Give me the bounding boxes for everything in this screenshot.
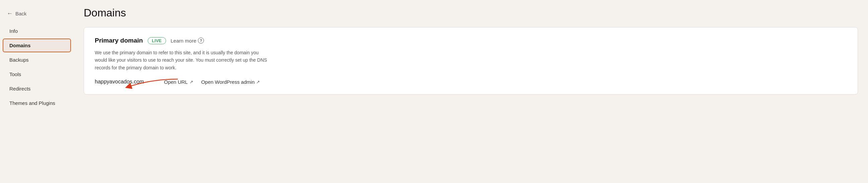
sidebar-item-themes-plugins[interactable]: Themes and Plugins	[3, 96, 71, 110]
sidebar-item-domains-label: Domains	[9, 42, 30, 48]
open-url-label: Open URL	[164, 79, 188, 85]
page-title: Domains	[84, 7, 858, 19]
card-description: We use the primary domain to refer to th…	[95, 49, 269, 71]
sidebar-item-backups-label: Backups	[9, 57, 29, 63]
open-wp-admin-link[interactable]: Open WordPress admin ↗	[201, 79, 260, 85]
domains-card: Primary domain LIVE Learn more ? We use …	[84, 27, 858, 94]
live-badge: LIVE	[148, 37, 166, 44]
main-content: Domains Primary domain LIVE Learn more ?…	[74, 0, 868, 183]
open-wp-admin-label: Open WordPress admin	[201, 79, 255, 85]
sidebar-item-info-label: Info	[9, 28, 18, 34]
external-link-icon: ↗	[190, 80, 193, 85]
back-button[interactable]: ← Back	[0, 7, 74, 21]
open-url-link[interactable]: Open URL ↗	[164, 79, 193, 85]
domain-actions: Open URL ↗ Open WordPress admin ↗	[164, 79, 260, 85]
sidebar-item-themes-plugins-label: Themes and Plugins	[9, 100, 55, 106]
sidebar-nav: Info Domains Backups Tools Redirects The…	[0, 24, 74, 110]
sidebar-item-info[interactable]: Info	[3, 24, 71, 38]
sidebar-item-tools-label: Tools	[9, 71, 21, 77]
card-header: Primary domain LIVE Learn more ?	[95, 37, 847, 44]
learn-more-label: Learn more	[171, 38, 196, 43]
domain-name: happyavocados.com	[95, 79, 144, 85]
sidebar-item-domains[interactable]: Domains	[3, 38, 71, 52]
sidebar-item-redirects[interactable]: Redirects	[3, 82, 71, 95]
back-label: Back	[16, 11, 27, 17]
sidebar-item-redirects-label: Redirects	[9, 86, 30, 92]
sidebar-item-backups[interactable]: Backups	[3, 53, 71, 67]
external-link-icon-2: ↗	[256, 80, 260, 85]
info-circle-icon: ?	[198, 37, 204, 43]
card-title: Primary domain	[95, 37, 143, 44]
back-arrow-icon: ←	[7, 10, 13, 17]
sidebar-item-tools[interactable]: Tools	[3, 67, 71, 81]
domain-row: happyavocados.com Open URL ↗	[95, 79, 847, 85]
sidebar: ← Back Info Domains Backups Tools Redire…	[0, 0, 74, 183]
learn-more-link[interactable]: Learn more ?	[171, 37, 204, 43]
